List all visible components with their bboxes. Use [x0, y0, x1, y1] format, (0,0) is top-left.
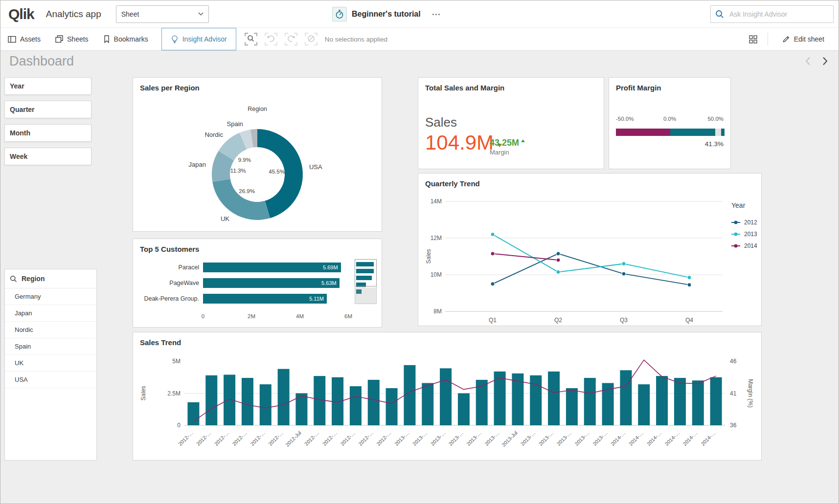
- sales-bar[interactable]: [242, 378, 253, 425]
- insight-advisor-button[interactable]: Insight Advisor: [161, 28, 236, 50]
- sales-bar[interactable]: [350, 386, 362, 425]
- customer-bar[interactable]: 5.11M: [203, 294, 327, 304]
- grid-view-button[interactable]: [746, 32, 761, 46]
- sales-bar[interactable]: [260, 384, 272, 425]
- region-item-nordic[interactable]: Nordic: [5, 322, 96, 338]
- chevron-down-icon: [198, 12, 204, 16]
- region-item-japan[interactable]: Japan: [5, 305, 96, 322]
- bookmarks-button[interactable]: Bookmarks: [96, 28, 156, 50]
- data-point[interactable]: [622, 262, 626, 266]
- bar-category-label: Paracel: [133, 264, 203, 271]
- sales-bar[interactable]: [530, 375, 542, 425]
- sales-bar[interactable]: [710, 377, 722, 425]
- filter-month[interactable]: Month: [4, 124, 91, 142]
- search-selections-button[interactable]: [243, 31, 259, 47]
- data-point[interactable]: [556, 270, 560, 274]
- region-listbox-header[interactable]: Region: [5, 269, 96, 288]
- minimap-window[interactable]: [355, 259, 377, 286]
- data-point[interactable]: [687, 276, 691, 280]
- sales-bar[interactable]: [404, 365, 415, 425]
- data-point[interactable]: [556, 258, 560, 262]
- app-header-center: Beginner's tutorial: [332, 0, 443, 28]
- y-axis-label: Sales: [425, 249, 432, 263]
- next-sheet-button[interactable]: [822, 57, 828, 66]
- tutorial-title[interactable]: Beginner's tutorial: [352, 10, 421, 19]
- gauge-value-label: 41.3%: [705, 140, 724, 148]
- region-item-uk[interactable]: UK: [5, 355, 96, 372]
- edit-sheet-button[interactable]: Edit sheet: [775, 35, 832, 43]
- top5-row: Deak-Perera Group.5.11M: [133, 294, 352, 304]
- data-point[interactable]: [491, 282, 495, 286]
- bookmark-icon: [103, 35, 110, 43]
- sheet-selector[interactable]: Sheet: [116, 5, 209, 23]
- sales-bar[interactable]: [205, 375, 217, 425]
- assets-icon: [8, 36, 16, 43]
- legend-item[interactable]: 2014: [744, 242, 757, 249]
- legend-marker-dot: [734, 233, 738, 236]
- bar-value-label: 5.63M: [321, 280, 337, 286]
- line-series-2013: [493, 235, 689, 278]
- sales-bar[interactable]: [440, 368, 452, 425]
- sales-bar[interactable]: [458, 394, 470, 426]
- filter-label: Month: [10, 129, 30, 137]
- toolbar-right: Edit sheet: [746, 28, 839, 50]
- legend-item[interactable]: 2012: [744, 219, 757, 226]
- sales-bar[interactable]: [620, 370, 632, 425]
- legend-item[interactable]: 2013: [744, 231, 757, 238]
- sales-bar[interactable]: [386, 388, 398, 425]
- sales-bar[interactable]: [368, 380, 380, 425]
- y-tick: 8M: [433, 308, 442, 315]
- kpi-secondary[interactable]: 43.25M Margin: [490, 138, 525, 156]
- x-tick: 2012-…: [375, 430, 392, 447]
- sales-bar[interactable]: [422, 383, 433, 425]
- data-point[interactable]: [491, 252, 495, 256]
- sheets-button[interactable]: Sheets: [48, 28, 96, 50]
- region-item-usa[interactable]: USA: [5, 372, 96, 388]
- sales-trend-panel: Sales Trend 5M2.5M04641362012-…2012-…201…: [133, 332, 762, 460]
- sales-bar[interactable]: [584, 378, 596, 425]
- search-input[interactable]: [728, 10, 829, 19]
- filter-quarter[interactable]: Quarter: [4, 101, 91, 118]
- data-point[interactable]: [622, 272, 626, 276]
- edit-sheet-label: Edit sheet: [794, 35, 824, 43]
- top5-minimap[interactable]: [355, 259, 377, 304]
- bar-category-label: Deak-Perera Group.: [133, 295, 203, 302]
- region-item-germany[interactable]: Germany: [5, 288, 96, 305]
- sales-bar[interactable]: [638, 384, 650, 425]
- insight-advisor-search[interactable]: [710, 5, 834, 23]
- qlik-logo[interactable]: Qlik: [8, 6, 34, 22]
- quarterly-trend-plot: 14M12M10M8MQ1Q2Q3Q4SalesYear201220132014: [418, 174, 761, 326]
- more-options-button[interactable]: [430, 11, 443, 18]
- step-back-button[interactable]: [263, 31, 279, 47]
- donut-slice-uk[interactable]: [212, 179, 270, 220]
- filter-year[interactable]: Year: [4, 77, 91, 95]
- y-left-tick: 2.5M: [167, 390, 181, 397]
- sales-bar[interactable]: [692, 380, 704, 425]
- sales-bar[interactable]: [187, 402, 199, 425]
- customer-bar[interactable]: 5.69M: [203, 263, 341, 272]
- sales-bar[interactable]: [278, 369, 290, 425]
- donut-dimension-label: Region: [248, 106, 267, 112]
- step-forward-button[interactable]: [283, 31, 299, 47]
- profit-margin-gauge[interactable]: [616, 129, 725, 136]
- filter-week[interactable]: Week: [4, 148, 91, 165]
- sales-bar[interactable]: [548, 372, 560, 425]
- clear-selections-button[interactable]: [303, 31, 319, 47]
- prev-sheet-button[interactable]: [805, 57, 811, 66]
- sales-bar[interactable]: [656, 376, 668, 425]
- customer-bar[interactable]: 5.63M: [203, 278, 340, 288]
- gauge-segment: [721, 129, 725, 136]
- assets-button[interactable]: Assets: [0, 28, 48, 50]
- line-series-2012: [493, 254, 689, 285]
- x-tick: Q3: [620, 317, 628, 324]
- data-point[interactable]: [687, 283, 691, 287]
- sales-bar[interactable]: [566, 388, 578, 425]
- y-right-tick: 36: [730, 422, 737, 429]
- region-item-spain[interactable]: Spain: [5, 338, 96, 355]
- data-point[interactable]: [491, 233, 495, 237]
- legend-marker-dot: [734, 221, 738, 224]
- sales-bar[interactable]: [674, 378, 686, 425]
- top-bar: Qlik Analytics app Sheet Beginner's tuto…: [0, 0, 839, 28]
- data-point[interactable]: [556, 252, 560, 256]
- donut-slice-label: Spain: [227, 120, 243, 128]
